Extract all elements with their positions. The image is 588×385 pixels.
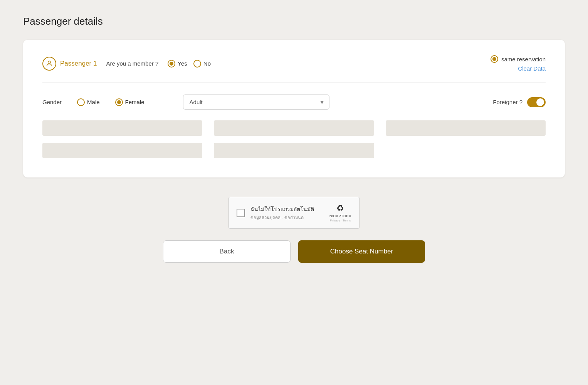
member-yes-radio[interactable] (168, 60, 175, 68)
member-question-text: Are you a member ? (106, 60, 158, 67)
same-reservation-row: same reservation (491, 55, 546, 63)
recaptcha-left: ฉันไม่ใช้โปรแกรมอัตโนมัติ ข้อมูลส่วนบุคค… (237, 205, 314, 221)
member-yes-label: Yes (178, 60, 187, 67)
field-input-2[interactable] (214, 120, 374, 136)
member-yes-option[interactable]: Yes (168, 60, 187, 68)
bottom-section: ฉันไม่ใช้โปรแกรมอัตโนมัติ ข้อมูลส่วนบุคค… (23, 197, 565, 263)
field-input-5[interactable] (214, 143, 374, 158)
choose-seat-button[interactable]: Choose Seat Number (298, 240, 425, 263)
passenger-right: same reservation Clear Data (491, 55, 546, 72)
passenger-id: Passenger 1 (42, 57, 97, 71)
member-no-label: No (203, 60, 211, 67)
passenger-label: Passenger 1 (60, 60, 97, 68)
buttons-row: Back Choose Seat Number (163, 240, 425, 263)
member-radio-group: Yes No (168, 60, 211, 68)
passenger-icon (42, 57, 56, 71)
recaptcha-brand-label: reCAPTCHA (329, 214, 351, 218)
divider (42, 83, 546, 83)
passenger-header: Passenger 1 Are you a member ? Yes No sa… (42, 55, 546, 72)
gender-row: Gender Male Female Adult Child Infant ▼ … (42, 95, 546, 110)
field-input-1[interactable] (42, 120, 202, 136)
same-reservation-label: same reservation (501, 56, 546, 62)
foreigner-toggle[interactable] (527, 97, 546, 107)
gender-male-radio[interactable] (77, 98, 85, 106)
recaptcha-main-text: ฉันไม่ใช้โปรแกรมอัตโนมัติ (250, 205, 314, 213)
recaptcha-icon: ♻ (336, 203, 344, 213)
svg-point-0 (48, 61, 51, 64)
member-no-option[interactable]: No (193, 60, 211, 68)
member-no-radio[interactable] (193, 60, 201, 68)
back-button[interactable]: Back (163, 240, 291, 263)
same-reservation-radio[interactable] (491, 55, 498, 63)
fields-grid (42, 120, 546, 136)
gender-label: Gender (42, 99, 62, 105)
foreigner-section: Foreigner ? (493, 97, 546, 107)
clear-data-button[interactable]: Clear Data (518, 65, 546, 72)
gender-female-option[interactable]: Female (115, 98, 144, 106)
foreigner-label: Foreigner ? (493, 99, 522, 105)
recaptcha-sub-text: ข้อมูลส่วนบุคคล - ข้อกำหนด (250, 214, 314, 221)
passenger-left: Passenger 1 Are you a member ? Yes No (42, 57, 211, 71)
recaptcha-tos-label: Privacy - Terms (330, 219, 351, 222)
passenger-card: Passenger 1 Are you a member ? Yes No sa… (23, 40, 565, 177)
age-select-container: Adult Child Infant ▼ (183, 95, 329, 110)
gender-female-radio[interactable] (115, 98, 123, 106)
empty-cell (386, 143, 546, 158)
fields-row2 (42, 143, 546, 158)
field-input-4[interactable] (42, 143, 202, 158)
recaptcha-text-block: ฉันไม่ใช้โปรแกรมอัตโนมัติ ข้อมูลส่วนบุคค… (250, 205, 314, 221)
age-select[interactable]: Adult Child Infant (183, 95, 329, 110)
gender-male-label: Male (87, 99, 100, 105)
field-input-3[interactable] (386, 120, 546, 136)
gender-male-option[interactable]: Male (77, 98, 100, 106)
recaptcha-checkbox[interactable] (237, 209, 245, 217)
recaptcha-logo: ♻ reCAPTCHA Privacy - Terms (329, 203, 351, 222)
page-title: Passenger details (23, 15, 565, 27)
gender-female-label: Female (125, 99, 144, 105)
recaptcha-box: ฉันไม่ใช้โปรแกรมอัตโนมัติ ข้อมูลส่วนบุคค… (228, 197, 360, 229)
